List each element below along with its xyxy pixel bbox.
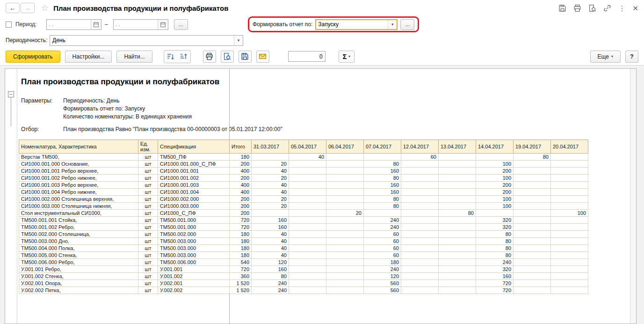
cell[interactable] <box>551 217 588 224</box>
cell[interactable]: 40 <box>252 238 289 245</box>
cell[interactable] <box>476 210 514 217</box>
cell[interactable] <box>439 287 476 294</box>
cell[interactable] <box>364 210 401 217</box>
cell[interactable] <box>289 287 326 294</box>
cell[interactable]: 720 <box>230 224 252 231</box>
cell[interactable]: 60 <box>364 238 401 245</box>
cell[interactable]: СИ1000.003.000 Столешница нижняя, <box>19 203 138 210</box>
cell[interactable]: 80 <box>514 154 551 161</box>
cell[interactable] <box>551 161 588 168</box>
cell[interactable] <box>401 259 439 266</box>
print-button[interactable] <box>203 51 216 63</box>
cell[interactable] <box>401 196 439 203</box>
cell[interactable] <box>289 280 326 287</box>
cell[interactable]: ТМ500.003.000 <box>158 238 230 245</box>
cell[interactable] <box>439 161 476 168</box>
cell[interactable]: 200 <box>230 210 252 217</box>
cell[interactable] <box>401 287 439 294</box>
cell[interactable]: 1 520 <box>230 280 252 287</box>
period-from-calendar-button[interactable] <box>91 20 101 29</box>
cell[interactable]: ТМ500.003.000 <box>158 245 230 252</box>
cell[interactable]: 100 <box>476 175 514 182</box>
cell[interactable]: 160 <box>476 273 514 280</box>
cell[interactable]: ТМ500.001.000 <box>158 224 230 231</box>
cell[interactable]: СИ1000.001.000_С_ПФ <box>158 161 230 168</box>
cell[interactable] <box>514 245 551 252</box>
cell[interactable]: 720 <box>230 217 252 224</box>
cell[interactable] <box>439 182 476 189</box>
cell[interactable] <box>401 161 439 168</box>
cell[interactable]: 200 <box>476 168 514 175</box>
cell[interactable] <box>439 189 476 196</box>
cell[interactable]: ТМ500.006.000 <box>158 259 230 266</box>
cell[interactable] <box>551 238 588 245</box>
cell[interactable] <box>289 203 326 210</box>
cell[interactable]: У.002.002 <box>158 287 230 294</box>
cell[interactable]: 40 <box>252 231 289 238</box>
cell[interactable]: ТМ500.002.000 <box>158 231 230 238</box>
cell[interactable]: 560 <box>364 287 401 294</box>
cell[interactable] <box>514 280 551 287</box>
cell[interactable]: 160 <box>252 217 289 224</box>
cell[interactable] <box>514 224 551 231</box>
cell[interactable] <box>326 161 364 168</box>
cell[interactable]: 720 <box>230 266 252 273</box>
cell[interactable] <box>514 231 551 238</box>
cell[interactable] <box>439 196 476 203</box>
column-header[interactable]: Спецификация <box>158 140 230 154</box>
cell[interactable]: шт <box>138 175 158 182</box>
cell[interactable]: У.001.001 <box>158 266 230 273</box>
cell[interactable]: шт <box>138 287 158 294</box>
cell[interactable]: 40 <box>252 182 289 189</box>
cell[interactable] <box>289 182 326 189</box>
cell[interactable]: шт <box>138 217 158 224</box>
cell[interactable]: 240 <box>364 266 401 273</box>
cell[interactable] <box>439 175 476 182</box>
generate-button[interactable]: Сформировать <box>6 51 60 63</box>
cell[interactable] <box>252 154 289 161</box>
cell[interactable]: ТМ500_ПФ <box>158 154 230 161</box>
cell[interactable]: шт <box>138 273 158 280</box>
cell[interactable] <box>289 231 326 238</box>
cell[interactable] <box>326 280 364 287</box>
cell[interactable]: 160 <box>364 182 401 189</box>
cell[interactable] <box>289 252 326 259</box>
column-header[interactable]: 19.04.2017 <box>514 140 551 154</box>
cell[interactable]: шт <box>138 203 158 210</box>
cell[interactable]: шт <box>138 189 158 196</box>
cell[interactable] <box>401 280 439 287</box>
period-variants-button[interactable]: ... <box>174 19 188 30</box>
cell[interactable] <box>439 273 476 280</box>
cell[interactable] <box>326 238 364 245</box>
cell[interactable]: 160 <box>364 189 401 196</box>
cell[interactable] <box>514 238 551 245</box>
kebab-menu-icon[interactable]: ⋮ <box>618 5 625 12</box>
back-button[interactable]: ← <box>6 3 20 13</box>
column-header[interactable]: 31.03.2017 <box>252 140 289 154</box>
preview-icon[interactable] <box>588 4 596 12</box>
cell[interactable]: 40 <box>252 189 289 196</box>
help-button[interactable]: ? <box>625 51 638 63</box>
cell[interactable] <box>326 259 364 266</box>
cell[interactable] <box>551 231 588 238</box>
cell[interactable] <box>514 168 551 175</box>
cell[interactable] <box>514 189 551 196</box>
column-header[interactable]: 20.04.2017 <box>551 140 588 154</box>
cell[interactable] <box>289 224 326 231</box>
cell[interactable] <box>401 231 439 238</box>
cell[interactable] <box>326 245 364 252</box>
cell[interactable]: шт <box>138 280 158 287</box>
period-from-input[interactable] <box>47 20 91 29</box>
cell[interactable] <box>551 245 588 252</box>
cell[interactable] <box>289 168 326 175</box>
cell[interactable]: 80 <box>476 252 514 259</box>
cell[interactable]: 100 <box>476 196 514 203</box>
cell[interactable] <box>401 168 439 175</box>
cell[interactable]: 160 <box>252 224 289 231</box>
cell[interactable]: 80 <box>364 175 401 182</box>
cell[interactable]: СИ1000.002.000 <box>158 196 230 203</box>
cell[interactable]: ТМ500.001.001 Стойка, <box>19 217 138 224</box>
cell[interactable]: 60 <box>401 154 439 161</box>
cell[interactable] <box>401 238 439 245</box>
cell[interactable] <box>326 154 364 161</box>
